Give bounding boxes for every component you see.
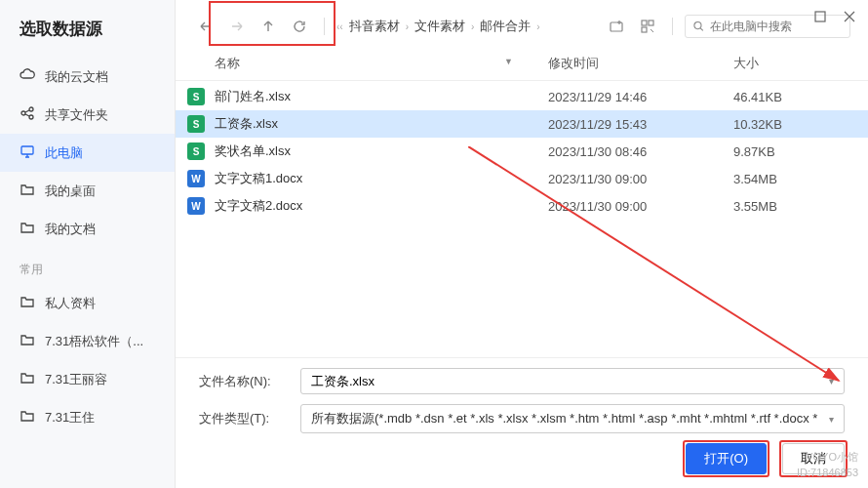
folder-icon [20, 220, 35, 238]
chevron-right-icon: › [536, 21, 539, 32]
file-type-icon: W [187, 197, 205, 215]
sidebar-item[interactable]: 私人资料 [0, 284, 175, 322]
sidebar-item[interactable]: 7.31王住 [0, 398, 175, 436]
file-date: 2023/11/29 15:43 [548, 117, 733, 132]
sidebar-item-label: 私人资料 [45, 295, 96, 312]
file-type-icon: S [187, 88, 205, 105]
sidebar-item-label: 共享文件夹 [45, 106, 108, 124]
file-date: 2023/11/30 09:00 [548, 199, 733, 214]
file-size: 46.41KB [733, 90, 850, 104]
file-row[interactable]: S工资条.xlsx2023/11/29 15:4310.32KB [176, 110, 868, 138]
folder-icon [20, 332, 35, 350]
svg-point-0 [21, 111, 25, 115]
breadcrumb-prefix-icon: ‹‹ [336, 21, 343, 32]
maximize-icon[interactable] [813, 10, 827, 23]
chevron-down-icon[interactable]: ▾ [829, 414, 834, 425]
file-row[interactable]: S部门姓名.xlsx2023/11/29 14:4646.41KB [176, 83, 868, 110]
up-icon[interactable] [256, 14, 281, 39]
file-size: 10.32KB [733, 117, 850, 132]
file-date: 2023/11/29 14:46 [548, 90, 733, 104]
filename-label: 文件名称(N): [199, 373, 287, 390]
svg-rect-7 [649, 20, 653, 25]
breadcrumb-item[interactable]: 抖音素材 [349, 18, 400, 35]
sidebar-item-label: 7.31王丽容 [45, 371, 107, 388]
file-size: 9.87KB [733, 144, 850, 159]
close-icon[interactable] [843, 10, 856, 23]
file-name: 工资条.xlsx [215, 115, 548, 133]
toolbar: ‹‹ 抖音素材›文件素材›邮件合并› [176, 0, 868, 49]
file-name: 文字文稿1.docx [215, 170, 548, 187]
new-folder-icon[interactable] [604, 14, 629, 39]
file-type-icon: W [187, 170, 205, 187]
svg-point-9 [694, 22, 701, 29]
share-icon [20, 105, 35, 124]
sidebar: 选取数据源 我的云文档共享文件夹此电脑我的桌面我的文档 常用 私人资料7.31梧… [0, 0, 176, 488]
sidebar-item-label: 我的文档 [45, 221, 96, 238]
file-list: S部门姓名.xlsx2023/11/29 14:4646.41KBS工资条.xl… [176, 81, 868, 357]
column-headers: 名称▼ 修改时间 大小 [176, 49, 868, 81]
breadcrumb-item[interactable]: 文件素材 [414, 18, 465, 35]
filename-field[interactable]: ▾ [300, 368, 845, 394]
folder-icon [20, 408, 35, 427]
sidebar-item[interactable]: 共享文件夹 [0, 96, 175, 134]
sidebar-item[interactable]: 7.31梧松软件（... [0, 322, 175, 360]
file-name: 奖状名单.xlsx [215, 142, 548, 160]
cloud-icon [20, 67, 35, 86]
sidebar-item-label: 我的桌面 [45, 183, 96, 200]
chevron-down-icon[interactable]: ▾ [829, 376, 834, 386]
sidebar-item-label: 此电脑 [45, 144, 83, 162]
file-date: 2023/11/30 08:46 [548, 144, 733, 159]
sidebar-item[interactable]: 7.31王丽容 [0, 360, 175, 398]
svg-rect-5 [611, 22, 622, 31]
main-panel: ‹‹ 抖音素材›文件素材›邮件合并› 名称▼ 修改时间 大小 S部门姓名.xls… [176, 0, 868, 488]
filetype-label: 文件类型(T): [199, 410, 287, 427]
watermark: YOYO小馆 [806, 450, 858, 465]
col-size[interactable]: 大小 [733, 55, 850, 72]
view-icon[interactable] [635, 14, 660, 39]
search-icon [693, 20, 704, 32]
bottom-panel: 文件名称(N): ▾ 文件类型(T): 所有数据源(*.mdb *.dsn *.… [176, 357, 868, 488]
folder-icon [20, 294, 35, 312]
sidebar-item-label: 7.31王住 [45, 409, 95, 427]
file-row[interactable]: W文字文稿1.docx2023/11/30 09:003.54MB [176, 165, 868, 192]
file-size: 3.54MB [733, 172, 850, 186]
chevron-right-icon: › [406, 21, 409, 32]
file-name: 文字文稿2.docx [215, 197, 548, 215]
refresh-icon[interactable] [287, 14, 312, 39]
file-name: 部门姓名.xlsx [215, 88, 548, 105]
breadcrumb: 抖音素材›文件素材›邮件合并› [349, 18, 598, 35]
sidebar-item[interactable]: 我的桌面 [0, 172, 175, 210]
file-row[interactable]: W文字文稿2.docx2023/11/30 09:003.55MB [176, 192, 868, 220]
sidebar-item-label: 我的云文档 [45, 68, 108, 86]
chevron-right-icon: › [471, 21, 474, 32]
sidebar-item[interactable]: 我的文档 [0, 210, 175, 248]
sidebar-item-label: 7.31梧松软件（... [45, 333, 143, 350]
file-row[interactable]: S奖状名单.xlsx2023/11/30 08:469.87KB [176, 138, 868, 165]
folder-icon [20, 370, 35, 388]
breadcrumb-item[interactable]: 邮件合并 [480, 18, 531, 35]
monitor-icon [20, 143, 35, 162]
filename-input[interactable] [311, 374, 829, 388]
filetype-value: 所有数据源(*.mdb *.dsn *.et *.xls *.xlsx *.xl… [311, 410, 829, 427]
forward-icon[interactable] [224, 14, 250, 39]
dialog-title: 选取数据源 [0, 18, 175, 58]
sort-indicator-icon: ▼ [504, 57, 513, 66]
file-type-icon: S [187, 115, 205, 133]
file-type-icon: S [187, 142, 205, 160]
svg-rect-4 [815, 12, 825, 21]
col-date[interactable]: 修改时间 [548, 55, 733, 72]
svg-point-1 [29, 107, 33, 111]
col-name[interactable]: 名称▼ [215, 55, 548, 72]
filetype-field[interactable]: 所有数据源(*.mdb *.dsn *.et *.xls *.xlsx *.xl… [300, 404, 845, 433]
back-icon[interactable] [193, 14, 218, 39]
sidebar-item[interactable]: 此电脑 [0, 134, 175, 172]
file-date: 2023/11/30 09:00 [548, 172, 733, 186]
folder-icon [20, 182, 35, 200]
open-button[interactable]: 打开(O) [686, 443, 767, 474]
svg-point-2 [29, 115, 33, 119]
sidebar-item[interactable]: 我的云文档 [0, 58, 175, 96]
section-label: 常用 [0, 248, 175, 284]
svg-rect-8 [642, 27, 647, 32]
watermark: ID:71846853 [797, 467, 858, 478]
file-size: 3.55MB [733, 199, 850, 214]
